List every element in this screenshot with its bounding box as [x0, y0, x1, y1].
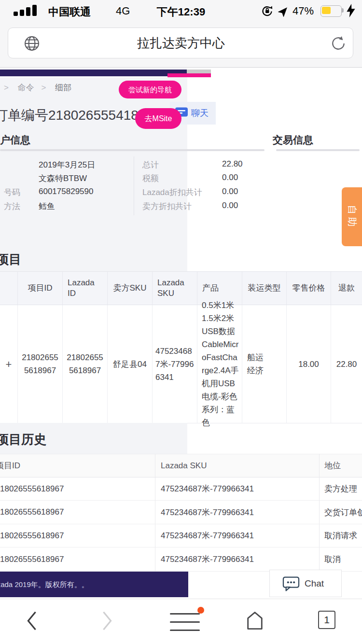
history-lazada-sku: 475234687米-779966341: [155, 547, 320, 572]
totals-label: 税额: [142, 173, 159, 184]
breadcrumb-item-commands[interactable]: 命令: [18, 83, 34, 92]
page-title: 拉扎达卖方中心: [0, 35, 362, 52]
info-value-number: 600175829590: [39, 187, 93, 196]
history-item-id: 18026555618967: [0, 477, 155, 501]
forward-button[interactable]: [100, 610, 114, 631]
totals-label: Lazada折扣共计: [142, 187, 202, 198]
items-header-shipment-type: 装运类型: [242, 272, 287, 305]
info-value-customer: 文森特BTBW: [39, 173, 87, 184]
history-status: 取消请求: [320, 524, 362, 547]
totals-value: 22.80: [222, 159, 243, 169]
divider: [0, 149, 265, 151]
battery-fill: [322, 7, 331, 14]
items-header-lazada-id: Lazada ID: [63, 272, 108, 305]
try-new-navigation-button[interactable]: 尝试新的导航: [119, 81, 181, 98]
divider: [276, 149, 360, 151]
location-icon: [278, 5, 290, 17]
lazada-sku-cell: 475234687米-779966341: [153, 305, 197, 423]
items-header-expand: [0, 272, 18, 305]
chat-dots-icon: [282, 576, 300, 591]
info-label-method: 方法: [4, 201, 20, 212]
totals-label: 总计: [142, 159, 159, 170]
history-lazada-sku: 475234687米-779966341: [155, 477, 320, 501]
item-history-title: 项目历史: [0, 431, 46, 448]
item-id-cell: 218026555618967: [18, 305, 63, 423]
site-footer: Lazada 2019年。版权所有。。: [0, 572, 188, 597]
tab-count: 1: [324, 614, 330, 626]
breadcrumb-chevron-icon: >: [4, 83, 9, 92]
copyright-text: Lazada 2019年。版权所有。。: [0, 572, 89, 597]
history-lazada-sku: 475234687米-779966341: [155, 501, 320, 524]
totals-value: 0.00: [222, 187, 238, 196]
info-value-date: 2019年3月25日: [39, 159, 95, 170]
tabs-button[interactable]: 1: [318, 611, 335, 629]
self-service-button[interactable]: 自助: [342, 187, 362, 246]
battery-icon: [320, 5, 342, 17]
history-header-lazada-sku: Lazada SKU: [155, 454, 320, 477]
expand-row-button[interactable]: +: [0, 305, 18, 423]
breadcrumb-chevron-icon: >: [41, 83, 46, 92]
items-header-lazada-sku: Lazada SKU: [153, 272, 197, 305]
history-header-item-id: 项目ID: [0, 454, 155, 477]
history-item-id: 18026555618967: [0, 547, 155, 572]
retail-price-cell: 18.00: [287, 305, 331, 423]
home-button[interactable]: [244, 610, 265, 630]
lazada-id-cell: 218026555618967: [63, 305, 108, 423]
rotation-lock-icon: [261, 4, 274, 17]
site-topbar: [0, 70, 187, 76]
seller-sku-cell: 舒足县04: [108, 305, 153, 423]
items-table: 项目ID Lazada ID 卖方SKU Lazada SKU 产品 装运类型 …: [0, 271, 362, 423]
shipment-type-cell: 船运经济: [242, 305, 287, 423]
items-header-seller-sku: 卖方SKU: [108, 272, 153, 305]
battery-nub: [342, 8, 344, 13]
refund-cell: 22.80: [331, 305, 362, 423]
history-item-id: 18026555618967: [0, 501, 155, 524]
self-service-label: 自助: [346, 205, 359, 229]
totals-value: 0.00: [222, 173, 238, 182]
battery-percent: 47%: [292, 5, 314, 17]
totals-label: 卖方折扣共计: [142, 201, 192, 212]
history-lazada-sku: 475234687米-779966341: [155, 524, 320, 547]
menu-button[interactable]: [169, 606, 208, 633]
chat-link-label: 聊天: [191, 107, 209, 119]
transaction-info-title: 交易信息: [273, 133, 313, 147]
notification-dot: [197, 607, 204, 614]
divider: [134, 156, 134, 215]
site-topbar-pink-underline: [167, 73, 211, 77]
breadcrumb: > 命令 > 细部: [4, 82, 71, 93]
items-section-title: 项目: [0, 251, 21, 268]
breadcrumb-item-details: 细部: [55, 83, 71, 92]
customer-info-title: 客户信息: [0, 133, 30, 147]
history-item-id: 18026555618967: [0, 524, 155, 547]
go-msite-button[interactable]: 去MSite: [135, 108, 181, 129]
info-value-method: 鳕鱼: [39, 201, 55, 212]
chat-button-label: Chat: [305, 578, 324, 589]
refresh-button[interactable]: [329, 34, 348, 53]
charging-bolt-icon: [347, 4, 355, 17]
history-status: 取消: [320, 547, 362, 572]
chat-button[interactable]: Chat: [269, 570, 342, 597]
items-header-retail-price: 零售价格: [287, 272, 331, 305]
item-history-table: 项目ID Lazada SKU 地位 18026555618967 475234…: [0, 454, 362, 572]
items-header-item-id: 项目ID: [18, 272, 63, 305]
product-cell: 0.5米1米1.5米2米USB数据CableMicroFastCharge2.4…: [197, 305, 242, 423]
items-header-refund: 退款: [331, 272, 362, 305]
history-header-status: 地位: [320, 454, 362, 477]
info-label-number: 号码: [4, 187, 20, 198]
history-status: 卖方处理: [320, 477, 362, 501]
history-status: 交货订单创建: [320, 501, 362, 524]
back-button[interactable]: [25, 610, 39, 631]
totals-value: 0.00: [222, 201, 238, 210]
screen: 中国联通 4G 下午12:39 47% 拉扎达卖方中心 > 命令 > 细部 尝试…: [0, 0, 362, 644]
